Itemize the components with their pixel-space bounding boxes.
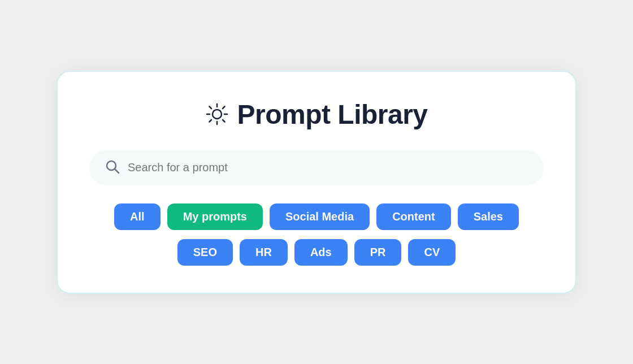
tag-cv[interactable]: CV [408,239,456,266]
search-bar[interactable] [89,150,544,185]
tag-sales[interactable]: Sales [458,203,519,230]
svg-line-7 [223,106,225,109]
prompt-library-card: Prompt Library All My prompts Social Med… [57,71,576,294]
tag-all[interactable]: All [114,203,161,230]
search-icon [105,159,120,176]
tag-content[interactable]: Content [376,203,451,230]
svg-line-5 [210,106,212,109]
svg-line-6 [223,120,225,122]
sun-icon [205,102,229,126]
tags-container: All My prompts Social Media Content Sale… [89,203,544,266]
svg-line-8 [210,120,212,122]
tag-ads[interactable]: Ads [294,239,348,266]
svg-point-0 [213,110,222,119]
title-row: Prompt Library [89,99,544,130]
page-title: Prompt Library [237,99,427,130]
tag-social-media[interactable]: Social Media [270,203,370,230]
svg-line-10 [115,169,119,173]
tag-seo[interactable]: SEO [177,239,233,266]
tag-pr[interactable]: PR [354,239,402,266]
tags-row-1: All My prompts Social Media Content Sale… [114,203,519,230]
tags-row-2: SEO HR Ads PR CV [177,239,456,266]
tag-my-prompts[interactable]: My prompts [167,203,263,230]
tag-hr[interactable]: HR [240,239,288,266]
search-input[interactable] [128,161,528,174]
